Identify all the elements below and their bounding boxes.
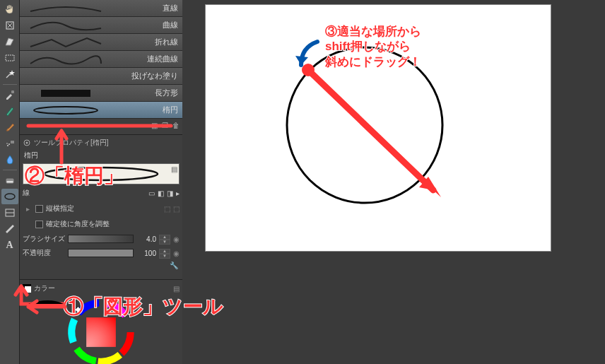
svg-rect-11 [41,90,90,97]
pen-tool-icon[interactable] [1,103,18,119]
aspect-label: 縦横指定 [46,204,74,213]
line-toggle-label: 線 [23,188,30,198]
stepper-down-icon[interactable]: ▼ [159,254,170,259]
subtool-label: 連続曲線 [147,54,178,64]
svg-point-4 [8,143,10,145]
stepper-down-icon[interactable]: ▼ [159,240,170,245]
gear-icon[interactable] [23,139,31,147]
expand-icon[interactable]: ▸ [176,189,180,197]
canvas-drawing [206,5,552,252]
subtool-label: 折れ線 [155,37,178,47]
svg-point-30 [302,64,315,76]
svg-point-14 [26,142,28,144]
brush-size-label: ブラシサイズ [23,234,65,244]
subtool-ellipse[interactable]: 楕円 [20,102,182,119]
brush-size-link-icon[interactable]: ◉ [173,235,180,243]
subtool-label: 直線 [163,3,178,13]
svg-rect-2 [11,90,14,93]
opacity-slider[interactable] [68,249,134,257]
svg-rect-25 [86,317,116,347]
property-title: ツールプロパティ[楕円] [34,138,109,148]
aspect-checkbox[interactable] [35,205,43,213]
subtool-lasso-fill[interactable]: 投げなわ塗り [20,68,182,85]
svg-line-28 [308,70,433,190]
subtool-panel: 直線 曲線 折れ線 連続曲線 投げなわ塗り 長方形 楕円 ▦ ❐ 🗑 [20,0,182,364]
new-subtool-icon[interactable]: ▦ [151,122,158,129]
svg-point-15 [45,168,158,180]
tool-property-panel: ツールプロパティ[楕円] 楕円 ▤ 線 ▭ ◧ ◨ ▸ ▸ 縦横指定 ⬚ ⬚ 確… [20,134,182,275]
wrench-icon[interactable]: 🔧 [170,262,178,269]
subtool-label: 長方形 [155,88,178,98]
preset-icon[interactable]: ⬚ [164,205,170,213]
svg-marker-31 [295,56,308,65]
opacity-label: 不透明度 [23,248,65,258]
color-menu-icon[interactable]: ▤ [173,285,180,293]
marquee-tool-icon[interactable] [1,50,18,66]
subtool-line[interactable]: 直線 [20,0,182,17]
color-panel: カラー ▤ [20,279,182,364]
brush-size-slider[interactable] [68,235,134,243]
line-style-icon[interactable]: ◨ [167,189,173,197]
angle-checkbox[interactable] [35,221,43,228]
lasso-tool-icon[interactable] [1,34,18,49]
color-wheel[interactable] [59,297,143,364]
property-name: 楕円 [23,149,180,162]
wand-tool-icon[interactable] [1,66,18,82]
move-tool-icon[interactable] [1,18,18,33]
angle-label: 確定後に角度を調整 [46,219,110,229]
ruler-tool-icon[interactable] [1,221,18,237]
brush-size-value: 4.0 [136,235,156,243]
svg-point-8 [5,194,15,199]
subtool-polyline[interactable]: 折れ線 [20,34,182,51]
svg-rect-1 [6,55,14,61]
subtool-label: 楕円 [163,105,178,115]
brush-tool-icon[interactable] [1,119,18,135]
svg-point-12 [34,107,98,114]
color-swatch-icon[interactable] [23,284,31,293]
svg-point-5 [6,143,8,144]
svg-rect-17 [25,286,31,293]
canvas[interactable] [205,4,551,252]
subtool-label: 曲線 [163,20,178,30]
line-style-icon[interactable]: ▭ [148,189,155,197]
property-menu-icon[interactable]: ▤ [171,165,177,173]
airbrush-tool-icon[interactable] [1,136,18,151]
text-tool-icon[interactable]: A [1,237,18,253]
stepper-up-icon[interactable]: ▲ [159,249,170,254]
subtool-curve[interactable]: 曲線 [20,17,182,34]
pan-tool-icon[interactable] [1,1,18,17]
del-subtool-icon[interactable]: 🗑 [172,122,180,129]
stepper-up-icon[interactable]: ▲ [159,235,170,240]
blend-tool-icon[interactable] [1,152,18,168]
subtool-cont-curve[interactable]: 連続曲線 [20,51,182,68]
eyedropper-tool-icon[interactable] [1,87,18,102]
svg-point-3 [7,145,8,146]
frame-tool-icon[interactable] [1,205,18,221]
tool-toolbar: A [0,0,20,364]
shape-tool-icon[interactable] [1,189,18,204]
line-style-icon[interactable]: ◧ [158,189,164,197]
svg-rect-7 [6,179,13,181]
dup-subtool-icon[interactable]: ❐ [162,122,168,129]
subtool-list: 直線 曲線 折れ線 連続曲線 投げなわ塗り 長方形 楕円 [20,0,182,119]
color-title: カラー [34,283,55,293]
eraser-tool-icon[interactable] [1,172,18,188]
property-preview: ▤ [23,163,180,184]
subtool-rect[interactable]: 長方形 [20,85,182,102]
opacity-value: 100 [136,249,156,257]
subtool-label: 投げなわ塗り [131,71,178,81]
preset-icon[interactable]: ⬚ [173,205,180,213]
opacity-link-icon[interactable]: ◉ [173,249,180,257]
